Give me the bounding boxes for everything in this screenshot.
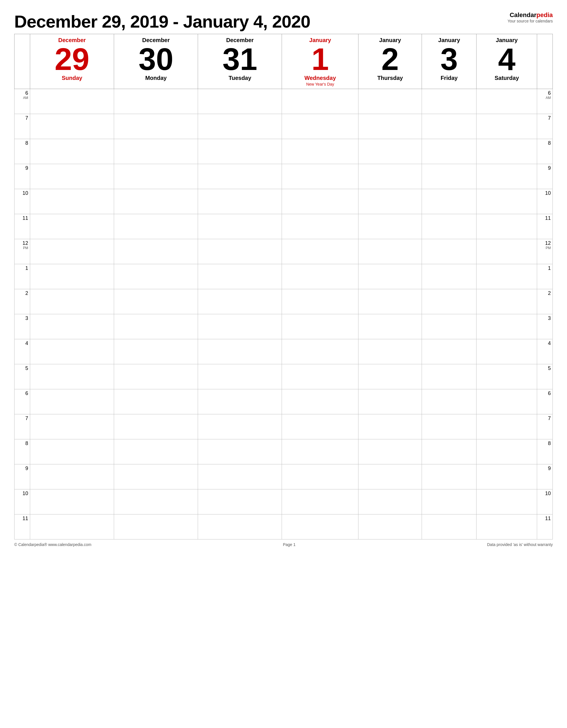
event-cell-2-2[interactable]: [198, 139, 282, 164]
event-cell-15-2[interactable]: [198, 464, 282, 489]
event-cell-11-2[interactable]: [198, 364, 282, 389]
event-cell-5-5[interactable]: [422, 214, 477, 239]
event-cell-10-5[interactable]: [422, 339, 477, 364]
event-cell-6-5[interactable]: [422, 239, 477, 264]
event-cell-17-0[interactable]: [30, 514, 114, 539]
event-cell-4-6[interactable]: [477, 189, 537, 214]
event-cell-12-2[interactable]: [198, 389, 282, 414]
event-cell-4-2[interactable]: [198, 189, 282, 214]
event-cell-1-4[interactable]: [359, 114, 422, 139]
event-cell-1-6[interactable]: [477, 114, 537, 139]
event-cell-8-3[interactable]: [282, 289, 359, 314]
event-cell-8-4[interactable]: [359, 289, 422, 314]
event-cell-12-3[interactable]: [282, 389, 359, 414]
event-cell-7-1[interactable]: [114, 264, 198, 289]
event-cell-4-0[interactable]: [30, 189, 114, 214]
event-cell-16-2[interactable]: [198, 489, 282, 514]
event-cell-1-2[interactable]: [198, 114, 282, 139]
event-cell-8-0[interactable]: [30, 289, 114, 314]
event-cell-9-3[interactable]: [282, 314, 359, 339]
event-cell-6-4[interactable]: [359, 239, 422, 264]
event-cell-12-4[interactable]: [359, 389, 422, 414]
event-cell-14-0[interactable]: [30, 439, 114, 464]
event-cell-14-2[interactable]: [198, 439, 282, 464]
event-cell-7-6[interactable]: [477, 264, 537, 289]
event-cell-8-1[interactable]: [114, 289, 198, 314]
event-cell-13-2[interactable]: [198, 414, 282, 439]
event-cell-0-6[interactable]: [477, 89, 537, 114]
event-cell-16-5[interactable]: [422, 489, 477, 514]
event-cell-4-5[interactable]: [422, 189, 477, 214]
event-cell-12-0[interactable]: [30, 389, 114, 414]
event-cell-17-1[interactable]: [114, 514, 198, 539]
event-cell-16-6[interactable]: [477, 489, 537, 514]
event-cell-16-1[interactable]: [114, 489, 198, 514]
event-cell-5-3[interactable]: [282, 214, 359, 239]
event-cell-10-6[interactable]: [477, 339, 537, 364]
event-cell-16-0[interactable]: [30, 489, 114, 514]
event-cell-17-3[interactable]: [282, 514, 359, 539]
event-cell-9-1[interactable]: [114, 314, 198, 339]
event-cell-5-2[interactable]: [198, 214, 282, 239]
event-cell-10-0[interactable]: [30, 339, 114, 364]
event-cell-7-2[interactable]: [198, 264, 282, 289]
event-cell-11-0[interactable]: [30, 364, 114, 389]
event-cell-15-1[interactable]: [114, 464, 198, 489]
event-cell-16-4[interactable]: [359, 489, 422, 514]
event-cell-0-3[interactable]: [282, 89, 359, 114]
event-cell-0-1[interactable]: [114, 89, 198, 114]
event-cell-3-3[interactable]: [282, 164, 359, 189]
event-cell-8-2[interactable]: [198, 289, 282, 314]
event-cell-9-5[interactable]: [422, 314, 477, 339]
event-cell-7-3[interactable]: [282, 264, 359, 289]
event-cell-15-4[interactable]: [359, 464, 422, 489]
event-cell-2-5[interactable]: [422, 139, 477, 164]
event-cell-13-0[interactable]: [30, 414, 114, 439]
event-cell-13-4[interactable]: [359, 414, 422, 439]
event-cell-7-0[interactable]: [30, 264, 114, 289]
event-cell-1-5[interactable]: [422, 114, 477, 139]
event-cell-3-5[interactable]: [422, 164, 477, 189]
event-cell-17-6[interactable]: [477, 514, 537, 539]
event-cell-14-6[interactable]: [477, 439, 537, 464]
event-cell-7-4[interactable]: [359, 264, 422, 289]
event-cell-3-0[interactable]: [30, 164, 114, 189]
event-cell-3-2[interactable]: [198, 164, 282, 189]
event-cell-0-4[interactable]: [359, 89, 422, 114]
event-cell-6-3[interactable]: [282, 239, 359, 264]
event-cell-12-6[interactable]: [477, 389, 537, 414]
event-cell-0-5[interactable]: [422, 89, 477, 114]
event-cell-16-3[interactable]: [282, 489, 359, 514]
event-cell-8-5[interactable]: [422, 289, 477, 314]
event-cell-5-4[interactable]: [359, 214, 422, 239]
event-cell-1-0[interactable]: [30, 114, 114, 139]
event-cell-9-0[interactable]: [30, 314, 114, 339]
event-cell-1-3[interactable]: [282, 114, 359, 139]
event-cell-13-1[interactable]: [114, 414, 198, 439]
event-cell-14-1[interactable]: [114, 439, 198, 464]
event-cell-14-3[interactable]: [282, 439, 359, 464]
event-cell-11-6[interactable]: [477, 364, 537, 389]
event-cell-6-1[interactable]: [114, 239, 198, 264]
event-cell-10-3[interactable]: [282, 339, 359, 364]
event-cell-2-4[interactable]: [359, 139, 422, 164]
event-cell-3-1[interactable]: [114, 164, 198, 189]
event-cell-15-6[interactable]: [477, 464, 537, 489]
event-cell-4-1[interactable]: [114, 189, 198, 214]
event-cell-4-4[interactable]: [359, 189, 422, 214]
event-cell-11-4[interactable]: [359, 364, 422, 389]
event-cell-10-1[interactable]: [114, 339, 198, 364]
event-cell-8-6[interactable]: [477, 289, 537, 314]
event-cell-11-5[interactable]: [422, 364, 477, 389]
event-cell-6-0[interactable]: [30, 239, 114, 264]
event-cell-13-5[interactable]: [422, 414, 477, 439]
event-cell-0-2[interactable]: [198, 89, 282, 114]
event-cell-14-5[interactable]: [422, 439, 477, 464]
event-cell-17-4[interactable]: [359, 514, 422, 539]
event-cell-0-0[interactable]: [30, 89, 114, 114]
event-cell-17-5[interactable]: [422, 514, 477, 539]
event-cell-9-4[interactable]: [359, 314, 422, 339]
event-cell-2-0[interactable]: [30, 139, 114, 164]
event-cell-5-1[interactable]: [114, 214, 198, 239]
event-cell-5-6[interactable]: [477, 214, 537, 239]
